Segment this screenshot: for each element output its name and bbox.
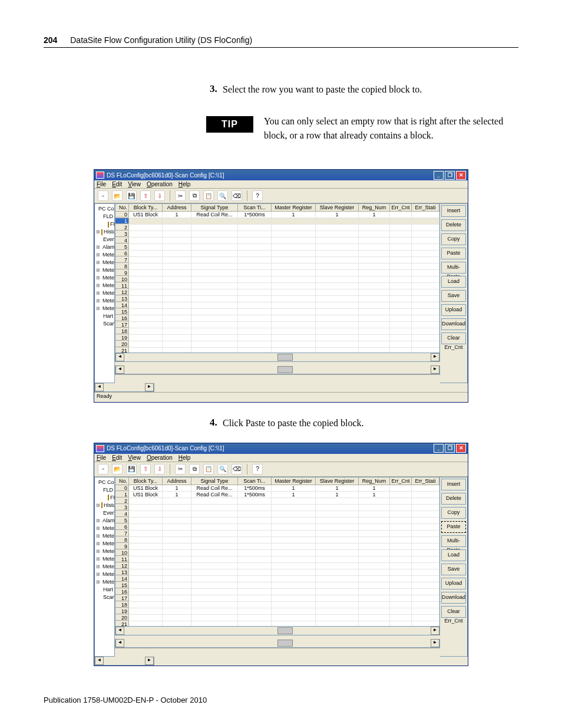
clear-err-cnt-button[interactable]: Clear Err_Cnt xyxy=(441,606,466,618)
delete-button[interactable]: Delete xyxy=(441,219,466,231)
tree-node[interactable]: ⊞Meter Run7 xyxy=(95,578,114,586)
tree-node[interactable]: Scan Config xyxy=(95,594,114,601)
table-row[interactable]: 2 xyxy=(115,498,439,505)
pane-scrollbar[interactable]: ◄► xyxy=(115,365,440,374)
table-row[interactable]: 9 xyxy=(115,270,439,276)
col-header[interactable]: No. xyxy=(115,477,129,485)
upload-button[interactable]: Upload xyxy=(441,578,466,589)
table-row[interactable]: 0US1 Block1Read Coil Re...1*500ms111 xyxy=(115,485,439,492)
open-icon[interactable]: 📂 xyxy=(112,190,123,201)
col-header[interactable]: Block Ty... xyxy=(129,204,163,212)
copy-button[interactable]: Copy xyxy=(441,233,466,245)
table-row[interactable]: 20 xyxy=(115,615,439,621)
help-icon[interactable]: ? xyxy=(252,464,263,475)
tree-node[interactable]: ⊞Meter Run7 xyxy=(95,305,114,312)
table-row[interactable]: 17 xyxy=(115,322,439,328)
paste-icon[interactable]: 📋 xyxy=(203,190,214,201)
multi-paste-button[interactable]: Multi-Paste xyxy=(441,262,466,274)
load-button[interactable]: Load xyxy=(441,276,466,288)
tree-node[interactable]: ⊞Meter Run3 xyxy=(95,548,114,555)
table-row[interactable]: 15 xyxy=(115,309,439,315)
multi-paste-button[interactable]: Multi-Paste xyxy=(441,535,466,547)
tree-node[interactable]: FLD Communicatio xyxy=(95,486,114,494)
tree-node[interactable]: FLD RTC xyxy=(95,220,114,228)
table-row[interactable]: 10 xyxy=(115,550,439,556)
find-icon[interactable]: 🔍 xyxy=(217,464,228,475)
table-row[interactable]: 16 xyxy=(115,315,439,322)
copy-icon[interactable]: ⧉ xyxy=(189,464,200,475)
table-row[interactable]: 2 xyxy=(115,225,439,231)
menu-file[interactable]: File xyxy=(97,454,106,461)
upload-button[interactable]: Upload xyxy=(441,304,466,316)
table-row[interactable]: 8 xyxy=(115,263,439,270)
paste-button[interactable]: Paste xyxy=(441,521,466,533)
table-row[interactable]: 13 xyxy=(115,569,439,576)
grid-scrollbar[interactable]: ◄► xyxy=(115,353,440,362)
tree-node[interactable]: ⊞History xyxy=(95,228,114,236)
tree-node[interactable]: ⊞Meter Run1 xyxy=(95,532,114,540)
tree-node[interactable]: ⊞Meter Run2 xyxy=(95,266,114,274)
tree-node[interactable]: FLD RTC xyxy=(95,494,114,502)
tree-node[interactable]: ⊞Meter Run4 xyxy=(95,282,114,289)
col-header[interactable]: Scan Ti... xyxy=(238,477,272,485)
menu-edit[interactable]: Edit xyxy=(112,181,122,187)
table-row[interactable]: 5 xyxy=(115,518,439,524)
col-header[interactable]: Signal Type xyxy=(191,204,238,212)
new-icon[interactable]: ▫ xyxy=(98,190,108,201)
tree-node[interactable]: PC Communication xyxy=(95,479,114,486)
table-row[interactable]: 21 xyxy=(115,621,439,627)
table-row[interactable]: 14 xyxy=(115,576,439,582)
minimize-button[interactable]: _ xyxy=(434,171,444,180)
upload-icon[interactable]: ⇧ xyxy=(140,464,151,475)
table-row[interactable]: 0US1 Block1Read Coil Re...1*500ms111 xyxy=(115,212,439,218)
data-grid[interactable]: No.Block Ty...AddressSignal TypeScan Ti.… xyxy=(115,477,440,627)
col-header[interactable]: Slave Register xyxy=(316,477,359,485)
find-icon[interactable]: 🔍 xyxy=(217,190,228,201)
erase-icon[interactable]: ⌫ xyxy=(232,190,242,201)
maximize-button[interactable]: ❐ xyxy=(445,171,455,180)
menu-help[interactable]: Help xyxy=(178,454,191,461)
download-button[interactable]: Download xyxy=(441,592,466,604)
download-icon[interactable]: ⇩ xyxy=(154,190,165,201)
tree-node[interactable]: ⊞Meter Run3 xyxy=(95,274,114,282)
tree-node[interactable]: Events xyxy=(95,509,114,517)
table-row[interactable]: 16 xyxy=(115,589,439,595)
table-row[interactable]: 17 xyxy=(115,595,439,602)
pane-scrollbar[interactable]: ◄► xyxy=(115,639,440,648)
close-button[interactable]: ✕ xyxy=(456,171,466,180)
save-icon[interactable]: 💾 xyxy=(126,464,137,475)
col-header[interactable]: Address xyxy=(163,477,191,485)
table-row[interactable]: 4 xyxy=(115,238,439,244)
col-header[interactable]: Reg_Num xyxy=(359,204,390,212)
table-row[interactable]: 6 xyxy=(115,251,439,257)
col-header[interactable]: Err_Cnt xyxy=(390,204,412,212)
insert-button[interactable]: Insert xyxy=(441,479,466,490)
col-header[interactable]: Err_Stati xyxy=(412,477,439,485)
tree-view[interactable]: PC CommunicationFLD CommunicatioFLD RTC⊞… xyxy=(94,203,115,383)
tree-node[interactable]: FLD Communicatio xyxy=(95,213,114,220)
tree-node[interactable]: Hart xyxy=(95,312,114,320)
paste-button[interactable]: Paste xyxy=(441,248,466,259)
table-row[interactable]: 13 xyxy=(115,296,439,302)
table-row[interactable]: 21 xyxy=(115,348,439,353)
tree-node[interactable]: ⊞Alarms xyxy=(95,517,114,525)
erase-icon[interactable]: ⌫ xyxy=(232,464,242,475)
download-button[interactable]: Download xyxy=(441,318,466,330)
tree-node[interactable]: Events xyxy=(95,236,114,243)
download-icon[interactable]: ⇩ xyxy=(154,464,165,475)
tree-node[interactable]: PC Communication xyxy=(95,205,114,213)
col-header[interactable]: Err_Stati xyxy=(412,204,439,212)
table-row[interactable]: 15 xyxy=(115,582,439,589)
grid-scrollbar[interactable]: ◄► xyxy=(115,627,440,635)
col-header[interactable]: Slave Register xyxy=(316,204,359,212)
cut-icon[interactable]: ✂ xyxy=(175,464,186,475)
paste-icon[interactable]: 📋 xyxy=(203,464,214,475)
save-button[interactable]: Save xyxy=(441,290,466,302)
table-row[interactable]: 7 xyxy=(115,531,439,537)
data-grid[interactable]: No.Block Ty...AddressSignal TypeScan Ti.… xyxy=(115,203,440,353)
minimize-button[interactable]: _ xyxy=(434,444,444,453)
col-header[interactable]: Scan Ti... xyxy=(238,204,272,212)
table-row[interactable]: 18 xyxy=(115,602,439,608)
table-row[interactable]: 12 xyxy=(115,563,439,569)
col-header[interactable]: Address xyxy=(163,204,191,212)
